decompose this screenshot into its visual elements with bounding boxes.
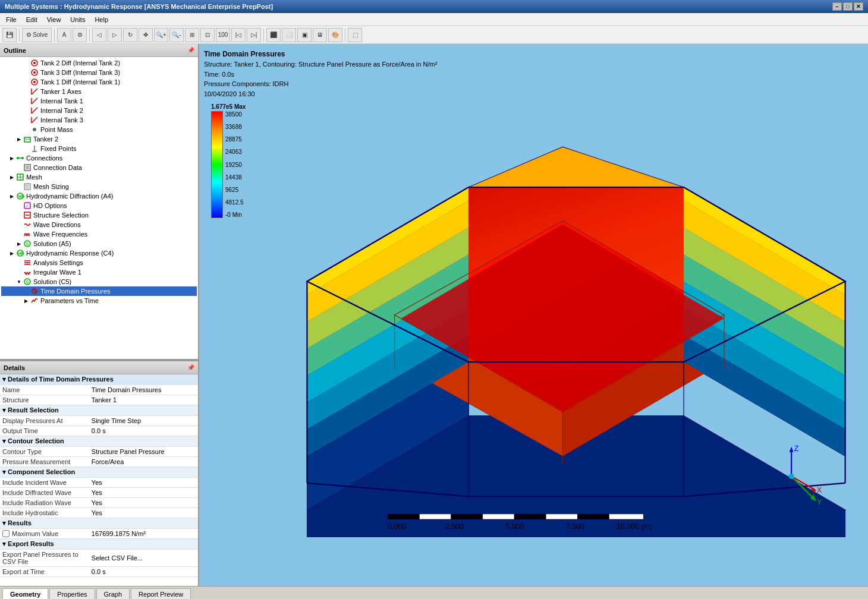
tree-item-wavedirs[interactable]: Wave Directions (1, 220, 197, 229)
tree-item-solutionC5[interactable]: ▼SSolution (C5) (1, 277, 197, 286)
tree-expand-solutionC5[interactable]: ▼ (15, 278, 23, 285)
view-iso-button[interactable]: ⬜ (282, 28, 296, 42)
close-button[interactable]: ✕ (854, 2, 863, 11)
tree-item-internal2[interactable]: Internal Tank 2 (1, 106, 197, 115)
tree-item-pointmass[interactable]: Point Mass (1, 125, 197, 134)
tree-icon-irregwave (23, 268, 32, 276)
cs-value-0[interactable]: Structure Panel Pressure (89, 447, 198, 457)
cs-value-1[interactable]: Force/Area (89, 457, 198, 467)
tree-label-analysettings: Analysis Settings (33, 259, 83, 266)
menu-edit[interactable]: Edit (23, 15, 41, 24)
svg-text:10.000 (m): 10.000 (m) (617, 522, 652, 531)
tree-expand-mesh[interactable]: ▶ (8, 174, 15, 181)
menu-view[interactable]: View (43, 15, 65, 24)
tree-item-conndata[interactable]: Connection Data (1, 163, 197, 172)
next-button[interactable]: ▷| (247, 28, 261, 42)
save-button[interactable]: 💾 (2, 28, 17, 42)
tree-item-paramsvtime[interactable]: ▶Parameters vs Time (1, 296, 197, 305)
tree-item-timedompress[interactable]: Time Domain Pressures (1, 286, 197, 296)
minimize-button[interactable]: – (832, 2, 842, 11)
window-title: Multiple Systems : Hydrodynamic Response… (5, 3, 832, 10)
rs-value-0[interactable]: Single Time Step (89, 416, 198, 426)
tree-expand-paramsvtime[interactable]: ▶ (23, 297, 30, 304)
tree-item-meshsizing[interactable]: Mesh Sizing (1, 182, 197, 191)
rotate-button[interactable]: ↻ (123, 28, 137, 42)
menu-help[interactable]: Help (91, 15, 112, 24)
detail-label-0: Name (0, 385, 89, 395)
tree-item-hdoptions[interactable]: ✓HD Options (1, 201, 197, 210)
pan-button[interactable]: ✥ (139, 28, 153, 42)
tree-expand-hydrodiff[interactable]: ▶ (8, 193, 15, 200)
tree-expand-tanker2[interactable]: ▶ (15, 135, 23, 143)
svg-rect-96 (609, 514, 644, 519)
view3d-button[interactable]: ⬛ (266, 28, 281, 42)
tab-geometry[interactable]: Geometry (2, 588, 48, 599)
tree-item-t3diff[interactable]: Tank 3 Diff (Internal Tank 3) (1, 68, 197, 77)
tree-expand-solutionA5[interactable]: ▶ (15, 240, 23, 247)
ansys-button[interactable]: A (57, 28, 71, 42)
tree-item-analysettings[interactable]: Analysis Settings (1, 258, 197, 267)
tab-properties[interactable]: Properties (49, 588, 95, 599)
comp-value-0[interactable]: Yes (89, 478, 198, 488)
zoomout-button[interactable]: 🔍- (169, 28, 184, 42)
comp-value-1[interactable]: Yes (89, 488, 198, 498)
tree-item-hydroresp[interactable]: ▶HRHydrodynamic Response (C4) (1, 248, 197, 258)
color-button[interactable]: 🎨 (328, 28, 342, 42)
tree-item-fixedpoints[interactable]: Fixed Points (1, 144, 197, 153)
comp-label-1: Include Diffracted Wave (0, 488, 89, 498)
zoomfit-button[interactable]: ⊞ (185, 28, 199, 42)
tree-item-tanker2[interactable]: ▶Tanker 2 (1, 134, 197, 144)
max-value-checkbox[interactable] (2, 530, 10, 537)
tree-item-mesh[interactable]: ▶Mesh (1, 172, 197, 182)
tree-icon-hydrodiff: HD (15, 192, 25, 200)
forward-button[interactable]: ▷ (108, 28, 122, 42)
exp-value-0[interactable]: Select CSV File... (89, 550, 198, 567)
tab-report-preview[interactable]: Report Preview (131, 588, 191, 599)
view-top-button[interactable]: ▣ (297, 28, 312, 42)
tree-item-t1axes[interactable]: Tanker 1 Axes (1, 87, 197, 96)
tree-item-irregwave[interactable]: Irregular Wave 1 (1, 267, 197, 277)
comp-value-3[interactable]: Yes (89, 508, 198, 518)
tree-label-pointmass: Point Mass (40, 126, 73, 133)
tree-item-internal3[interactable]: Internal Tank 3 (1, 115, 197, 125)
rs-value-1[interactable]: 0.0 s (89, 426, 198, 436)
detail-value-0[interactable]: Time Domain Pressures (89, 385, 198, 395)
comp-value-2[interactable]: Yes (89, 498, 198, 508)
contour-selection-header: ▾ Contour Selection (0, 436, 198, 447)
maximize-button[interactable]: □ (843, 2, 853, 11)
display-button[interactable]: 🖥 (313, 28, 327, 42)
bottom-tabs: Geometry Properties Graph Report Preview (0, 586, 868, 599)
exp-value-1[interactable]: 0.0 s (89, 567, 198, 577)
zoomreset-button[interactable]: 100 (216, 28, 230, 42)
tree-expand-hydroresp[interactable]: ▶ (8, 250, 15, 257)
tree-label-solutionC5: Solution (C5) (33, 278, 71, 285)
tree-item-connections[interactable]: ▶Connections (1, 153, 197, 163)
settings-button[interactable]: ⚙ (73, 28, 87, 42)
tree-expand-connections[interactable]: ▶ (8, 155, 15, 162)
viewport[interactable]: Time Domain Pressures Structure: Tanker … (199, 44, 868, 586)
tab-graph[interactable]: Graph (96, 588, 130, 599)
outline-pin-icon[interactable]: 📌 (187, 47, 194, 53)
comp-label-2: Include Radiation Wave (0, 498, 89, 508)
menubar: File Edit View Units Help (0, 13, 868, 26)
svg-line-8 (32, 98, 37, 104)
zoomin-button[interactable]: 🔍+ (154, 28, 168, 42)
detail-value-1[interactable]: Tanker 1 (89, 395, 198, 405)
tree-label-fixedpoints: Fixed Points (40, 145, 77, 152)
tree-item-t2diff[interactable]: Tank 2 Diff (Internal Tank 2) (1, 58, 197, 68)
tree-item-t1diff[interactable]: Tank 1 Diff (Internal Tank 1) (1, 77, 197, 87)
tree-item-internal1[interactable]: Internal Tank 1 (1, 96, 197, 106)
tree-item-hydrodiff[interactable]: ▶HDHydrodynamic Diffraction (A4) (1, 191, 197, 201)
details-pin-icon[interactable]: 📌 (187, 364, 194, 371)
menu-units[interactable]: Units (67, 15, 89, 24)
tree-item-solutionA5[interactable]: ▶SSolution (A5) (1, 239, 197, 248)
3d-viewport[interactable]: 0.000 2.500 5.000 7.500 10.000 (m) Z X (229, 80, 856, 550)
back-button[interactable]: ◁ (92, 28, 106, 42)
menu-file[interactable]: File (2, 15, 20, 24)
tree-item-structsel[interactable]: Structure Selection (1, 210, 197, 220)
extra1-button[interactable]: ⬚ (348, 28, 362, 42)
prev-button[interactable]: |◁ (231, 28, 246, 42)
tree-item-wavefreqs[interactable]: Wave Frequencies (1, 229, 197, 239)
zoombox-button[interactable]: ⊡ (200, 28, 215, 42)
solve-button[interactable]: ⚙ Solve (22, 28, 52, 42)
